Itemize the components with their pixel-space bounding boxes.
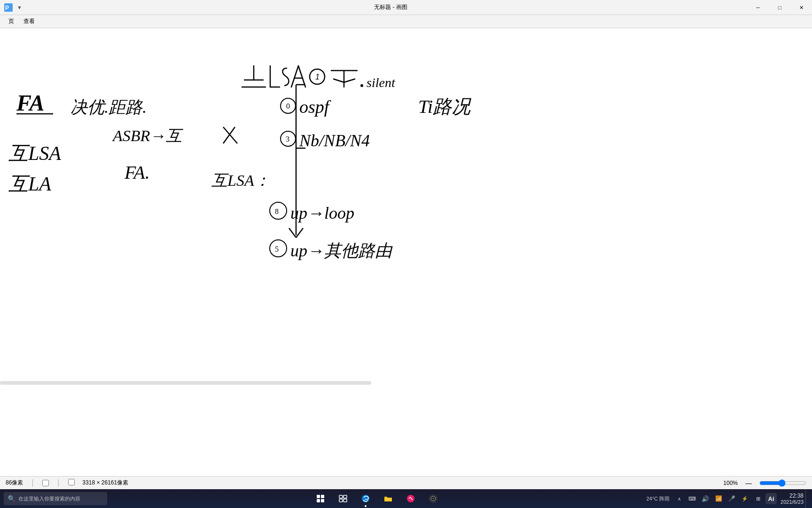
svg-text:ospf: ospf (299, 97, 331, 117)
svg-text:silent: silent (367, 75, 396, 90)
text-huls: 互LSA： (211, 172, 270, 189)
statusbar: 86像素 3318 × 26161像素 100% — (0, 476, 812, 489)
taskbar: 🔍 在这里输入你要搜索的内容 (0, 489, 812, 508)
dimensions: 3318 × 26161像素 (82, 479, 128, 487)
svg-point-58 (407, 495, 414, 502)
svg-rect-47 (0, 381, 371, 385)
status-separator-1 (32, 479, 33, 487)
svg-rect-54 (339, 499, 343, 502)
minimize-button[interactable]: ─ (747, 0, 769, 15)
menu-page[interactable]: 页 (4, 16, 19, 27)
taskbar-center (107, 489, 646, 508)
svg-text:3: 3 (286, 135, 289, 143)
svg-line-7 (291, 66, 298, 87)
app-icon: P (3, 2, 14, 13)
speaker-icon[interactable]: 🔊 (700, 493, 711, 504)
text-ospf: 0 ospf (281, 97, 331, 117)
extra-icon2[interactable]: ⊞ (752, 493, 764, 504)
svg-point-16 (360, 84, 363, 87)
weather-widget[interactable]: 24°C 阵雨 (646, 495, 670, 502)
svg-text:1: 1 (315, 73, 320, 81)
svg-text:互LA: 互LA (8, 173, 51, 195)
text-ti-lukuang: Ti路况 (418, 96, 472, 117)
weather-text: 24°C 阵雨 (646, 495, 670, 502)
text-FA: FA (16, 90, 53, 115)
app2-button[interactable] (424, 489, 443, 508)
svg-rect-55 (344, 499, 347, 502)
svg-rect-48 (317, 495, 320, 498)
taskbar-search[interactable]: 🔍 在这里输入你要搜索的内容 (4, 492, 107, 505)
maximize-button[interactable]: □ (769, 0, 790, 15)
svg-text:Ti路况: Ti路况 (418, 96, 472, 117)
text-jueyu: 决优.距路. (70, 98, 147, 117)
svg-text:ASBR→互: ASBR→互 (112, 127, 183, 144)
svg-text:FA.: FA. (124, 162, 150, 183)
tray-chevron[interactable]: ∧ (673, 493, 685, 504)
svg-rect-50 (317, 499, 320, 502)
svg-rect-49 (321, 495, 324, 498)
svg-rect-51 (321, 499, 324, 502)
text-nb: 3 Nb/NB/N4 (281, 131, 370, 150)
svg-text:互LSA：: 互LSA： (211, 172, 270, 189)
menu-view[interactable]: 查看 (19, 16, 39, 27)
svg-text:5: 5 (275, 245, 279, 253)
ai-label: Ai (768, 495, 774, 502)
search-placeholder: 在这里输入你要搜索的内容 (18, 495, 80, 502)
start-button[interactable] (311, 489, 330, 508)
status-separator-2 (58, 479, 59, 487)
titlebar: P ▼ 无标题 - 画图 ─ □ ✕ (0, 0, 812, 15)
text-lsb: 互LSA (8, 143, 61, 164)
clock[interactable]: 22:38 2021/6/23 (781, 492, 804, 505)
app1-button[interactable] (401, 489, 420, 508)
zoom-decrease[interactable]: — (745, 479, 752, 487)
window-controls: ─ □ ✕ (747, 0, 812, 15)
svg-text:决优.距路.: 决优.距路. (70, 98, 147, 117)
checkbox2-wrapper (68, 479, 75, 487)
network-icon[interactable]: 📶 (713, 493, 724, 504)
text-la: 互LA (8, 173, 51, 195)
text-top-center: 1 silent (242, 66, 396, 90)
task-view-button[interactable] (334, 489, 352, 508)
extra-icon1[interactable]: ⚡ (739, 493, 750, 504)
text-up-other: 5 up→其他路由 (270, 240, 393, 260)
svg-text:Nb/NB/N4: Nb/NB/N4 (299, 131, 370, 150)
svg-text:up→其他路由: up→其他路由 (290, 241, 393, 260)
svg-line-28 (289, 228, 296, 238)
canvas-area[interactable]: 1 silent FA 决优.距路. ASBR→互 (0, 28, 812, 476)
text-asbr: ASBR→互 (112, 127, 237, 144)
svg-line-15 (344, 79, 355, 82)
svg-point-61 (432, 498, 434, 500)
window-title: 无标题 - 画图 (26, 3, 756, 11)
quick-access: ▼ (17, 5, 22, 10)
edge-button[interactable] (356, 489, 375, 508)
mic-icon[interactable]: 🎤 (726, 493, 737, 504)
svg-line-8 (298, 66, 305, 87)
zoom-level: 100% (723, 480, 738, 486)
svg-text:FA: FA (16, 90, 45, 115)
svg-text:P: P (5, 5, 9, 11)
text-fa-dot: FA. (124, 162, 150, 183)
ai-badge[interactable]: Ai (765, 493, 777, 504)
clock-date: 2021/6/23 (781, 499, 804, 505)
svg-text:0: 0 (286, 102, 290, 110)
explorer-button[interactable] (379, 489, 398, 508)
svg-rect-57 (384, 498, 392, 501)
svg-rect-53 (344, 495, 347, 498)
show-desktop-button[interactable] (805, 489, 808, 508)
svg-text:up→loop: up→loop (290, 204, 354, 222)
status-checkbox-2[interactable] (68, 479, 75, 485)
close-button[interactable]: ✕ (790, 0, 812, 15)
keyboard-icon[interactable]: ⌨ (687, 493, 698, 504)
svg-text:互LSA: 互LSA (8, 143, 61, 164)
svg-line-14 (334, 79, 344, 82)
svg-text:8: 8 (275, 207, 279, 215)
taskbar-tray: 24°C 阵雨 ∧ ⌨ 🔊 📶 🎤 ⚡ ⊞ Ai 22:38 2021/6/23 (646, 489, 808, 508)
zoom-slider[interactable] (759, 479, 806, 487)
svg-line-29 (296, 228, 303, 238)
svg-rect-52 (339, 495, 343, 498)
status-checkbox[interactable] (42, 480, 49, 486)
text-up-loop: 8 up→loop (270, 202, 354, 222)
menubar: 页 查看 (0, 15, 812, 28)
pixel-size: 86像素 (6, 479, 23, 487)
clock-time: 22:38 (789, 492, 804, 499)
